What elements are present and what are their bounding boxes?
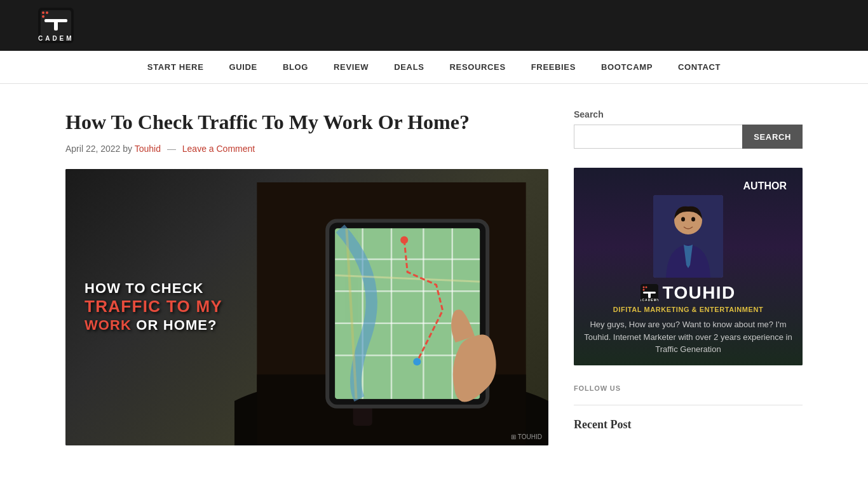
logo-icon: ACADEMY: [38, 8, 74, 43]
nav-list: START HERE GUIDE BLOG REVIEW DEALS RESOU…: [135, 51, 733, 83]
section-divider: [574, 405, 803, 405]
nav-item-resources[interactable]: RESOURCES: [437, 51, 519, 83]
article-meta: April 22, 2022 by Touhid — Leave a Comme…: [65, 144, 548, 154]
mini-logo-icon: ACADEMY: [641, 284, 658, 302]
nav-item-review[interactable]: REVIEW: [321, 51, 381, 83]
article-title: How To Check Traffic To My Work Or Home?: [65, 109, 548, 136]
svg-point-28: [681, 217, 685, 222]
main-nav: START HERE GUIDE BLOG REVIEW DEALS RESOU…: [0, 51, 868, 84]
svg-text:ACADEMY: ACADEMY: [38, 35, 74, 42]
image-watermark: ⊞ TOUHID: [511, 433, 542, 440]
nav-link-guide[interactable]: GUIDE: [216, 51, 269, 83]
nav-item-freebies[interactable]: FREEBIES: [519, 51, 588, 83]
main-content: How To Check Traffic To My Work Or Home?…: [65, 109, 548, 445]
svg-point-29: [691, 217, 695, 222]
article-date: April 22, 2022: [65, 144, 120, 154]
site-header: ACADEMY: [0, 0, 868, 51]
svg-point-3: [46, 11, 48, 14]
svg-point-32: [646, 287, 648, 288]
svg-point-33: [643, 289, 645, 291]
article-author-link[interactable]: Touhid: [135, 144, 161, 154]
search-button[interactable]: SEARCH: [742, 125, 803, 149]
nav-link-review[interactable]: REVIEW: [321, 51, 381, 83]
nav-link-deals[interactable]: DEALS: [381, 51, 437, 83]
nav-link-start-here[interactable]: START HERE: [135, 51, 217, 83]
author-subtitle: DIFITAL MARKETING & ENTERTAINMENT: [613, 306, 763, 313]
author-portrait: [653, 195, 723, 278]
svg-rect-6: [54, 19, 58, 30]
overlay-line3: WORK OR HOME?: [85, 317, 222, 334]
nav-item-bootcamp[interactable]: BOOTCAMP: [588, 51, 665, 83]
svg-rect-35: [648, 292, 651, 298]
nav-link-contact[interactable]: CONTACT: [665, 51, 733, 83]
recent-post-label: Recent post: [574, 418, 803, 431]
article-separator: —: [167, 144, 179, 154]
featured-image: HOW TO CHECK TRAFFIC TO MY WORK OR HOME?: [65, 169, 548, 445]
site-logo[interactable]: ACADEMY: [38, 8, 76, 43]
author-logo-row: ACADEMY TOUHID: [641, 283, 735, 303]
nav-link-resources[interactable]: RESOURCES: [437, 51, 519, 83]
article-by: by: [123, 144, 134, 154]
overlay-line2: TRAFFIC TO MY: [85, 297, 222, 317]
nav-link-freebies[interactable]: FREEBIES: [519, 51, 588, 83]
article-comment-link[interactable]: Leave a Comment: [182, 144, 255, 154]
image-background: HOW TO CHECK TRAFFIC TO MY WORK OR HOME?: [65, 169, 548, 445]
svg-point-2: [42, 11, 44, 14]
svg-point-31: [643, 287, 645, 288]
site-content: How To Check Traffic To My Work Or Home?…: [27, 84, 841, 471]
nav-item-deals[interactable]: DEALS: [381, 51, 437, 83]
svg-point-4: [42, 15, 44, 18]
image-text-overlay: HOW TO CHECK TRAFFIC TO MY WORK OR HOME?: [85, 280, 222, 334]
nav-link-bootcamp[interactable]: BOOTCAMP: [588, 51, 665, 83]
author-label: AUTHOR: [583, 180, 793, 192]
sidebar: Search SEARCH AUTHOR: [574, 109, 803, 445]
nav-link-blog[interactable]: BLOG: [270, 51, 321, 83]
author-box-inner: AUTHOR: [574, 168, 803, 365]
author-figure: [653, 195, 723, 278]
search-label: Search: [574, 109, 803, 119]
search-input[interactable]: [574, 125, 742, 149]
nav-item-start-here[interactable]: START HERE: [135, 51, 217, 83]
svg-text:ACADEMY: ACADEMY: [641, 298, 658, 302]
search-row: SEARCH: [574, 125, 803, 149]
nav-item-guide[interactable]: GUIDE: [216, 51, 269, 83]
author-name: TOUHID: [662, 283, 735, 303]
follow-us-label: FOLLOW US: [574, 384, 803, 392]
nav-item-blog[interactable]: BLOG: [270, 51, 321, 83]
svg-point-25: [413, 358, 421, 366]
car-tablet-visual: [234, 182, 548, 445]
author-box: AUTHOR: [574, 168, 803, 365]
svg-point-24: [400, 236, 408, 244]
author-bio: Hey guys, How are you? Want to know abou…: [583, 318, 793, 356]
nav-item-contact[interactable]: CONTACT: [665, 51, 733, 83]
overlay-line1: HOW TO CHECK: [85, 280, 222, 297]
